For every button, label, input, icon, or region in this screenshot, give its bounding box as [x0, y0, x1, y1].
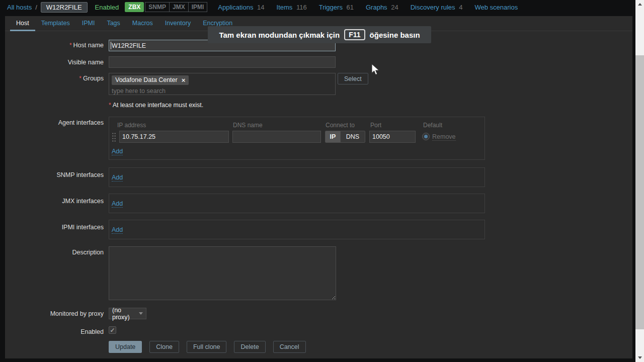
- agent-ip-field-wrap: [119, 131, 229, 143]
- ipmi-availability-badge: IPMI: [188, 2, 208, 12]
- agent-dns-input[interactable]: [232, 131, 321, 143]
- col-dns-name: DNS name: [233, 122, 263, 129]
- clone-button[interactable]: Clone: [149, 341, 179, 353]
- default-interface-radio[interactable]: [422, 133, 430, 140]
- nav-triggers[interactable]: Triggers 61: [319, 4, 354, 11]
- form-actions: Update Clone Full clone Delete Cancel: [109, 341, 306, 353]
- nav-web-scenarios[interactable]: Web scenarios: [474, 4, 520, 11]
- required-marker: *: [69, 42, 72, 49]
- host-name-label-text: Host name: [73, 42, 104, 49]
- groups-select-button[interactable]: Select: [338, 73, 368, 84]
- nav-graphs-label: Graphs: [366, 4, 387, 11]
- visible-name-field-wrap: [109, 56, 336, 68]
- nav-graphs[interactable]: Graphs 24: [366, 4, 398, 11]
- tab-ipmi[interactable]: IPMI: [76, 16, 101, 31]
- tab-macros[interactable]: Macros: [126, 16, 159, 31]
- snmp-add-link[interactable]: Add: [112, 174, 123, 182]
- agent-interfaces-label: Agent interfaces: [5, 119, 104, 127]
- col-connect-to: Connect to: [326, 122, 355, 129]
- col-port: Port: [370, 122, 381, 129]
- interface-warning: *At least one interface must exist.: [109, 102, 203, 109]
- tab-inventory[interactable]: Inventory: [159, 16, 197, 31]
- scroll-down-arrow-icon[interactable]: [635, 353, 644, 362]
- nav-applications[interactable]: Applications 14: [218, 4, 264, 11]
- toast-text-after: öğesine basın: [370, 31, 420, 39]
- host-name-label: *Host name: [5, 42, 104, 49]
- snmp-interfaces-label-text: SNMP interfaces: [56, 171, 104, 178]
- required-marker: *: [79, 75, 82, 82]
- jmx-add-link[interactable]: Add: [112, 200, 123, 208]
- scrollbar-thumb[interactable]: [635, 55, 644, 329]
- nav-items[interactable]: Items 116: [277, 4, 307, 11]
- groups-search-placeholder[interactable]: type here to search: [112, 87, 333, 95]
- breadcrumb-separator: /: [35, 4, 37, 11]
- remove-chip-icon[interactable]: ×: [182, 76, 186, 84]
- enabled-label: Enabled: [5, 328, 104, 336]
- tab-templates[interactable]: Templates: [35, 16, 76, 31]
- ipmi-interfaces-label: IPMI interfaces: [5, 224, 104, 231]
- top-bar: All hosts / W12R2FILE Enabled ZBX SNMP J…: [0, 0, 635, 14]
- ipmi-add-link[interactable]: Add: [112, 226, 123, 234]
- vertical-scrollbar: [635, 0, 644, 362]
- remove-interface-link[interactable]: Remove: [432, 133, 456, 141]
- cancel-button[interactable]: Cancel: [273, 341, 306, 353]
- visible-name-input[interactable]: [109, 56, 336, 68]
- enabled-checkbox[interactable]: ✓: [109, 326, 116, 334]
- full-clone-button[interactable]: Full clone: [187, 341, 227, 353]
- snmp-interfaces-section: Add: [109, 167, 485, 187]
- nav-applications-label: Applications: [218, 4, 253, 11]
- proxy-select[interactable]: (no proxy): [109, 308, 146, 319]
- nav-discovery-rules[interactable]: Discovery rules 4: [411, 4, 463, 11]
- monitored-by-proxy-label: Monitored by proxy: [5, 310, 104, 318]
- agent-add-link[interactable]: Add: [112, 148, 123, 155]
- nav-web-scenarios-label: Web scenarios: [474, 4, 518, 11]
- groups-label: *Groups: [5, 75, 104, 82]
- breadcrumb-host[interactable]: W12R2FILE: [41, 2, 88, 13]
- breadcrumb-all-hosts[interactable]: All hosts: [7, 4, 32, 11]
- proxy-select-value: (no proxy): [112, 307, 139, 321]
- tab-tags[interactable]: Tags: [101, 16, 126, 31]
- interface-warning-text: At least one interface must exist.: [113, 102, 204, 109]
- agent-interfaces-section: IP address DNS name Connect to Port Defa…: [109, 117, 485, 160]
- chevron-down-icon: [139, 312, 143, 315]
- groups-label-text: Groups: [83, 75, 104, 82]
- availability-badges: ZBX SNMP JMX IPMI: [125, 2, 207, 12]
- nav-graphs-count: 24: [391, 4, 398, 11]
- scroll-up-arrow-icon[interactable]: [635, 0, 644, 9]
- nav-discovery-rules-label: Discovery rules: [411, 4, 455, 11]
- connect-ip-option[interactable]: IP: [326, 131, 340, 142]
- nav-triggers-count: 61: [347, 4, 354, 11]
- groups-multiselect[interactable]: Vodafone Data Center × type here to sear…: [109, 73, 336, 95]
- description-label-text: Description: [72, 249, 104, 256]
- ipmi-interfaces-section: Add: [109, 220, 485, 239]
- tab-host[interactable]: Host: [10, 16, 35, 31]
- agent-port-input[interactable]: [369, 131, 416, 143]
- zbx-availability-badge: ZBX: [125, 2, 144, 12]
- drag-handle-icon[interactable]: [112, 132, 116, 142]
- col-default: Default: [423, 122, 442, 129]
- group-chip-label: Vodafone Data Center: [115, 76, 178, 83]
- required-marker: *: [109, 102, 111, 109]
- update-button[interactable]: Update: [109, 341, 142, 353]
- nav-discovery-rules-count: 4: [459, 4, 462, 11]
- agent-interfaces-label-text: Agent interfaces: [58, 119, 104, 126]
- agent-ip-input[interactable]: [119, 131, 229, 143]
- agent-dns-field-wrap: [232, 131, 321, 143]
- monitored-by-proxy-label-text: Monitored by proxy: [50, 310, 104, 317]
- jmx-interfaces-label: JMX interfaces: [5, 198, 104, 205]
- host-status-toggle[interactable]: Enabled: [95, 4, 119, 11]
- description-textarea[interactable]: [109, 246, 336, 300]
- enabled-label-text: Enabled: [80, 328, 104, 335]
- f11-keycap: F11: [344, 29, 365, 40]
- description-label: Description: [5, 249, 104, 256]
- toast-text-before: Tam ekran modundan çıkmak için: [219, 31, 340, 39]
- connect-dns-option[interactable]: DNS: [340, 131, 365, 142]
- nav-triggers-label: Triggers: [319, 4, 343, 11]
- text-caret: [111, 42, 111, 49]
- nav-items-count: 116: [296, 4, 307, 11]
- snmp-interfaces-label: SNMP interfaces: [5, 171, 104, 179]
- col-ip-address: IP address: [117, 122, 146, 129]
- agent-port-field-wrap: [369, 131, 416, 143]
- host-config-panel: Host Templates IPMI Tags Macros Inventor…: [5, 16, 632, 358]
- delete-button[interactable]: Delete: [234, 341, 265, 353]
